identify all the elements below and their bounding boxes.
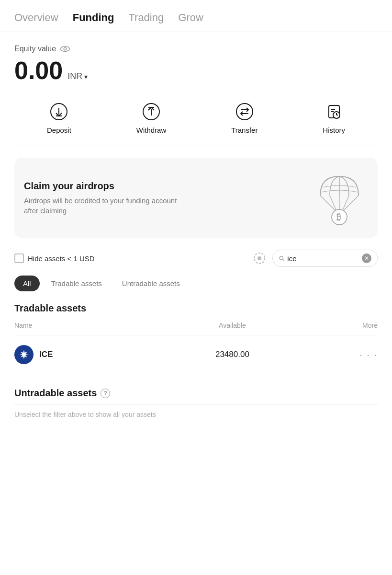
transfer-icon [234, 101, 255, 122]
svg-point-1 [64, 47, 67, 50]
withdraw-label: Withdraw [136, 126, 167, 134]
hide-assets-checkbox[interactable] [14, 253, 24, 263]
eye-icon[interactable] [60, 44, 70, 54]
nav-funding[interactable]: Funding [73, 10, 114, 26]
airdrop-description: Airdrops will be credited to your fundin… [24, 196, 187, 216]
col-more: More [305, 322, 378, 329]
equity-label-text: Equity value [14, 45, 56, 53]
filter-icons [252, 251, 267, 265]
col-name: Name [14, 322, 160, 329]
svg-point-0 [61, 46, 69, 52]
airdrop-text: Claim your airdrops Airdrops will be cre… [24, 181, 187, 216]
main-content: Equity value 0.00 INR ▾ Deposit [0, 32, 392, 430]
withdraw-icon [141, 101, 162, 122]
search-input[interactable] [287, 254, 359, 263]
tab-all[interactable]: All [14, 276, 40, 291]
svg-line-21 [342, 196, 358, 212]
top-navigation: Overview Funding Trading Grow [0, 0, 392, 32]
assets-table: Name Available More ICE 23480.00 · · · [14, 322, 378, 374]
svg-point-25 [258, 256, 261, 260]
svg-marker-28 [19, 350, 29, 359]
search-box: ✕ [272, 250, 378, 267]
tabs-row: All Tradable assets Untradable assets [14, 276, 378, 291]
hide-assets-filter: Hide assets < 1 USD [14, 253, 246, 263]
svg-point-26 [280, 256, 283, 260]
tab-tradable[interactable]: Tradable assets [43, 276, 111, 291]
history-button[interactable]: History [323, 101, 345, 134]
nav-grow[interactable]: Grow [178, 10, 203, 26]
svg-text:₿: ₿ [336, 212, 341, 222]
airdrop-illustration: ₿ [311, 169, 368, 227]
deposit-label: Deposit [47, 126, 71, 134]
transfer-button[interactable]: Transfer [231, 101, 258, 134]
equity-amount: 0.00 [14, 58, 63, 83]
hide-assets-label: Hide assets < 1 USD [28, 254, 95, 263]
svg-line-17 [320, 196, 337, 212]
col-available: Available [160, 322, 305, 329]
untradable-section-title: Untradable assets ? [14, 388, 378, 399]
search-clear-button[interactable]: ✕ [362, 253, 371, 263]
equity-label: Equity value [14, 44, 378, 54]
svg-point-8 [236, 104, 253, 120]
history-icon [324, 101, 345, 122]
table-row: ICE 23480.00 · · · [14, 335, 378, 374]
asset-logo-ice [14, 345, 34, 364]
tab-untradable[interactable]: Untradable assets [113, 276, 189, 291]
filter-spinner-icon[interactable] [252, 251, 267, 265]
filter-row: Hide assets < 1 USD ✕ [14, 250, 378, 267]
action-row: Deposit Withdraw [14, 96, 378, 146]
withdraw-button[interactable]: Withdraw [136, 101, 167, 134]
svg-line-27 [282, 259, 284, 261]
asset-more-button[interactable]: · · · [305, 349, 378, 360]
transfer-label: Transfer [231, 126, 258, 134]
untradable-note: Unselect the filter above to show all yo… [14, 411, 378, 418]
history-label: History [323, 126, 345, 134]
asset-available-ice: 23480.00 [160, 350, 305, 359]
untradable-info-icon[interactable]: ? [101, 389, 110, 398]
equity-value-row: 0.00 INR ▾ [14, 58, 378, 83]
equity-currency[interactable]: INR ▾ [67, 71, 88, 81]
airdrop-title: Claim your airdrops [24, 181, 187, 192]
nav-overview[interactable]: Overview [14, 10, 58, 26]
table-header: Name Available More [14, 322, 378, 335]
nav-trading[interactable]: Trading [128, 10, 164, 26]
untradable-assets-section: Untradable assets ? Unselect the filter … [14, 388, 378, 418]
currency-dropdown-icon[interactable]: ▾ [84, 73, 88, 80]
tradable-section-title: Tradable assets [14, 303, 378, 314]
tradable-assets-section: Tradable assets Name Available More ICE [14, 303, 378, 374]
asset-info: ICE [14, 345, 160, 364]
airdrop-card[interactable]: Claim your airdrops Airdrops will be cre… [14, 158, 378, 238]
search-icon [279, 254, 284, 262]
asset-name-ice: ICE [39, 350, 53, 359]
deposit-button[interactable]: Deposit [47, 101, 71, 134]
deposit-icon [48, 101, 69, 122]
untradable-divider [14, 404, 378, 405]
